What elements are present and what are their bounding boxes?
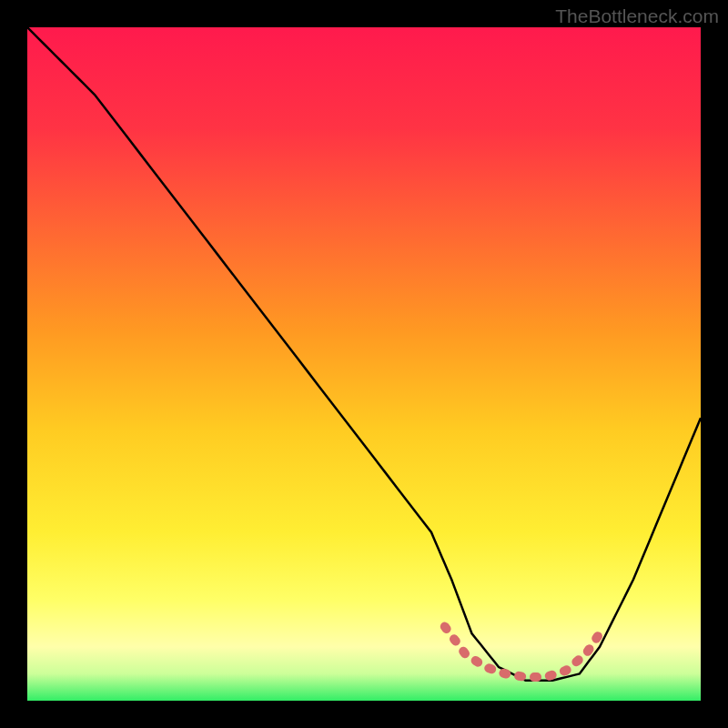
highlight-segment-line xyxy=(445,627,600,678)
chart-area xyxy=(27,27,701,701)
bottleneck-curve-line xyxy=(27,27,701,681)
curve-overlay xyxy=(27,27,701,701)
watermark-text: TheBottleneck.com xyxy=(555,5,719,27)
